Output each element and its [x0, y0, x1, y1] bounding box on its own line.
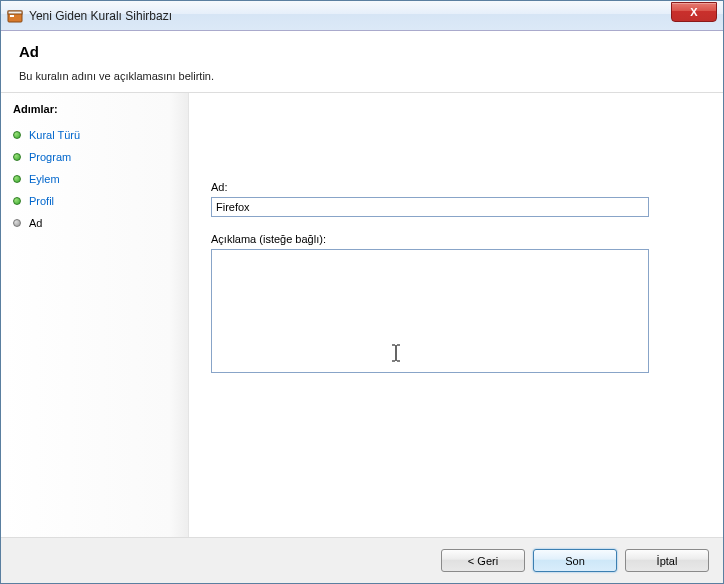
- steps-heading: Adımlar:: [13, 103, 176, 115]
- titlebar: Yeni Giden Kuralı Sihirbazı X: [1, 1, 723, 31]
- bullet-icon: [13, 175, 21, 183]
- close-button[interactable]: X: [671, 2, 717, 22]
- name-label: Ad:: [211, 181, 701, 193]
- step-eylem[interactable]: Eylem: [13, 169, 176, 189]
- wizard-footer: < Geri Son İptal: [1, 537, 723, 583]
- finish-button[interactable]: Son: [533, 549, 617, 572]
- name-input[interactable]: [211, 197, 649, 217]
- wizard-header: Ad Bu kuralın adını ve açıklamasını beli…: [1, 31, 723, 93]
- description-field-group: Açıklama (isteğe bağlı):: [211, 233, 701, 375]
- description-textarea[interactable]: [211, 249, 649, 373]
- close-icon: X: [690, 6, 697, 18]
- bullet-icon: [13, 131, 21, 139]
- step-kural-turu[interactable]: Kural Türü: [13, 125, 176, 145]
- wizard-content: Ad: Açıklama (isteğe bağlı):: [189, 93, 723, 537]
- step-link: Eylem: [29, 173, 60, 185]
- wizard-body: Adımlar: Kural Türü Program Eylem Profil…: [1, 93, 723, 537]
- step-link: Ad: [29, 217, 42, 229]
- bullet-icon: [13, 219, 21, 227]
- back-button[interactable]: < Geri: [441, 549, 525, 572]
- bullet-icon: [13, 197, 21, 205]
- page-title: Ad: [19, 43, 705, 60]
- step-link: Profil: [29, 195, 54, 207]
- steps-sidebar: Adımlar: Kural Türü Program Eylem Profil…: [1, 93, 189, 537]
- page-subtitle: Bu kuralın adını ve açıklamasını belirti…: [19, 70, 705, 82]
- cancel-button[interactable]: İptal: [625, 549, 709, 572]
- name-field-group: Ad:: [211, 181, 701, 217]
- bullet-icon: [13, 153, 21, 161]
- step-ad[interactable]: Ad: [13, 213, 176, 233]
- wizard-window: Yeni Giden Kuralı Sihirbazı X Ad Bu kura…: [0, 0, 724, 584]
- description-label: Açıklama (isteğe bağlı):: [211, 233, 701, 245]
- step-link: Program: [29, 151, 71, 163]
- window-title: Yeni Giden Kuralı Sihirbazı: [29, 9, 671, 23]
- step-program[interactable]: Program: [13, 147, 176, 167]
- step-profil[interactable]: Profil: [13, 191, 176, 211]
- step-link: Kural Türü: [29, 129, 80, 141]
- svg-rect-1: [8, 11, 22, 14]
- svg-rect-2: [10, 15, 14, 17]
- app-icon: [7, 8, 23, 24]
